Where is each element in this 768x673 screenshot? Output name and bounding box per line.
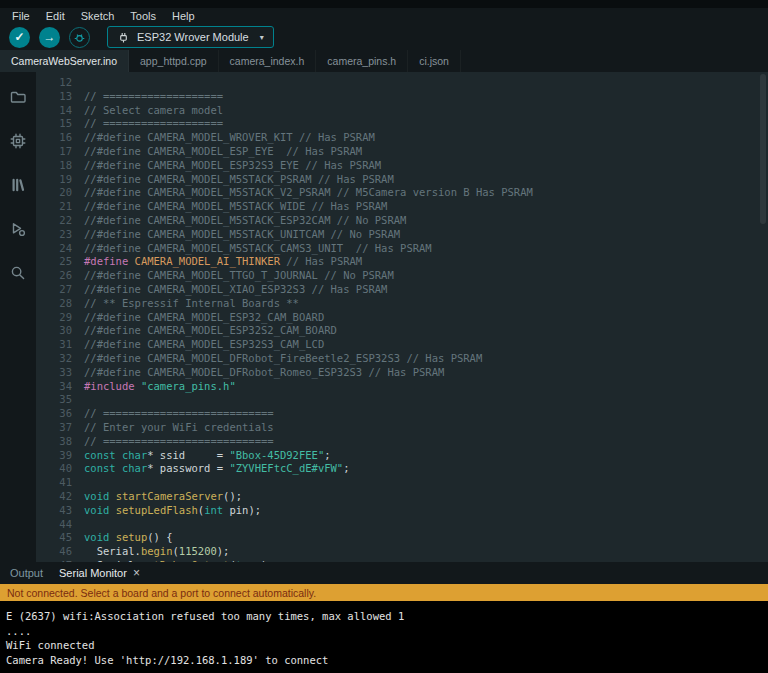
- board-selector[interactable]: ESP32 Wrover Module ▾: [107, 26, 274, 48]
- usb-port-icon: [117, 30, 130, 44]
- arrow-right-icon: →: [44, 30, 56, 44]
- debug-panel-button[interactable]: [7, 218, 29, 240]
- tab-app-httpd-cpp[interactable]: app_httpd.cpp: [129, 50, 219, 72]
- board-selector-label: ESP32 Wrover Module: [137, 31, 249, 43]
- line-number: 20: [36, 186, 72, 200]
- debug-button[interactable]: [69, 27, 90, 48]
- code-line[interactable]: 38// ===========================: [36, 435, 768, 449]
- code-line[interactable]: 30//#define CAMERA_MODEL_ESP32S2_CAM_BOA…: [36, 324, 768, 338]
- tab-serial-monitor[interactable]: Serial Monitor ×: [59, 566, 140, 580]
- code-area: 12 13// ===================14// Select c…: [36, 76, 768, 562]
- code-line[interactable]: 43void setupLedFlash(int pin);: [36, 504, 768, 518]
- code-line[interactable]: 44: [36, 518, 768, 532]
- upload-button[interactable]: →: [39, 27, 60, 48]
- code-line[interactable]: 18//#define CAMERA_MODEL_ESP32S3_EYE // …: [36, 159, 768, 173]
- code-line[interactable]: 28// ** Espressif Internal Boards **: [36, 297, 768, 311]
- code-line[interactable]: 29//#define CAMERA_MODEL_ESP32_CAM_BOARD: [36, 311, 768, 325]
- code-line[interactable]: 14// Select camera model: [36, 104, 768, 118]
- code-line-text: //#define CAMERA_MODEL_M5STACK_ESP32CAM …: [72, 214, 406, 228]
- bug-icon: [74, 32, 85, 43]
- code-line[interactable]: 27//#define CAMERA_MODEL_XIAO_ESP32S3 //…: [36, 283, 768, 297]
- code-line[interactable]: 26//#define CAMERA_MODEL_TTGO_T_JOURNAL …: [36, 269, 768, 283]
- line-number: 13: [36, 90, 72, 104]
- line-number: 16: [36, 131, 72, 145]
- main-area: 12 13// ===================14// Select c…: [0, 72, 768, 562]
- code-line[interactable]: 15// ===================: [36, 117, 768, 131]
- menu-sketch[interactable]: Sketch: [73, 10, 123, 22]
- tab-camera-index-h[interactable]: camera_index.h: [219, 50, 317, 72]
- line-number: 33: [36, 366, 72, 380]
- code-line[interactable]: 16//#define CAMERA_MODEL_WROVER_KIT // H…: [36, 131, 768, 145]
- editor-scrollbar[interactable]: [758, 72, 768, 562]
- code-line-text: //#define CAMERA_MODEL_M5STACK_V2_PSRAM …: [72, 186, 533, 200]
- search-panel-button[interactable]: [7, 262, 29, 284]
- line-number: 21: [36, 200, 72, 214]
- code-line[interactable]: 22//#define CAMERA_MODEL_M5STACK_ESP32CA…: [36, 214, 768, 228]
- sidebook-sketchbook-button[interactable]: [7, 86, 29, 108]
- code-line[interactable]: 25#define CAMERA_MODEL_AI_THINKER // Has…: [36, 255, 768, 269]
- code-line[interactable]: 39const char* ssid = "Bbox-45D92FEE";: [36, 449, 768, 463]
- bottom-panel: Output Serial Monitor × Not connected. S…: [0, 562, 768, 673]
- code-line[interactable]: 20//#define CAMERA_MODEL_M5STACK_V2_PSRA…: [36, 186, 768, 200]
- code-editor[interactable]: 12 13// ===================14// Select c…: [36, 72, 768, 562]
- close-icon[interactable]: ×: [133, 566, 140, 580]
- code-line[interactable]: 47 Serial.setDebugOutput(true);: [36, 559, 768, 562]
- boards-manager-button[interactable]: [7, 130, 29, 152]
- verify-button[interactable]: ✓: [9, 27, 30, 48]
- toolbar: ✓ → ESP32 Wrover Module ▾: [0, 24, 768, 50]
- code-line-text: // ===========================: [72, 407, 274, 421]
- code-line[interactable]: 13// ===================: [36, 90, 768, 104]
- menu-bar: File Edit Sketch Tools Help: [0, 8, 768, 24]
- scrollbar-thumb[interactable]: [760, 74, 766, 224]
- code-line[interactable]: 36// ===========================: [36, 407, 768, 421]
- tab-output-label: Output: [10, 567, 43, 579]
- code-line[interactable]: 19//#define CAMERA_MODEL_M5STACK_PSRAM /…: [36, 173, 768, 187]
- code-line[interactable]: 35: [36, 393, 768, 407]
- tab-camera-pins-h[interactable]: camera_pins.h: [316, 50, 408, 72]
- code-line[interactable]: 24//#define CAMERA_MODEL_M5STACK_CAMS3_U…: [36, 242, 768, 256]
- not-connected-banner: Not connected. Select a board and a port…: [0, 584, 768, 601]
- code-line-text: // Select camera model: [72, 104, 223, 118]
- code-line[interactable]: 41: [36, 476, 768, 490]
- code-line[interactable]: 33//#define CAMERA_MODEL_DFRobot_Romeo_E…: [36, 366, 768, 380]
- menu-edit[interactable]: Edit: [38, 10, 73, 22]
- menu-file[interactable]: File: [4, 10, 38, 22]
- line-number: 39: [36, 449, 72, 463]
- code-line-text: //#define CAMERA_MODEL_DFRobot_FireBeetl…: [72, 352, 482, 366]
- tab-output[interactable]: Output: [10, 567, 43, 579]
- line-number: 32: [36, 352, 72, 366]
- folder-icon: [9, 88, 27, 106]
- code-line-text: [72, 76, 90, 90]
- code-line[interactable]: 45void setup() {: [36, 531, 768, 545]
- code-line[interactable]: 21//#define CAMERA_MODEL_M5STACK_WIDE //…: [36, 200, 768, 214]
- title-bar: [0, 0, 768, 8]
- menu-help[interactable]: Help: [164, 10, 203, 22]
- serial-line: E (2637) wifi:Association refused too ma…: [6, 609, 768, 624]
- code-line-text: [72, 476, 90, 490]
- line-number: 41: [36, 476, 72, 490]
- code-line[interactable]: 42void startCameraServer();: [36, 490, 768, 504]
- library-manager-button[interactable]: [7, 174, 29, 196]
- code-line[interactable]: 37// Enter your WiFi credentials: [36, 421, 768, 435]
- serial-line: WiFi connected: [6, 638, 768, 653]
- line-number: 44: [36, 518, 72, 532]
- code-line[interactable]: 32//#define CAMERA_MODEL_DFRobot_FireBee…: [36, 352, 768, 366]
- tab-camerawebserver-ino[interactable]: CameraWebServer.ino: [0, 50, 129, 72]
- menu-tools[interactable]: Tools: [122, 10, 164, 22]
- code-line[interactable]: 23//#define CAMERA_MODEL_M5STACK_UNITCAM…: [36, 228, 768, 242]
- code-line-text: // ===========================: [72, 435, 274, 449]
- debug-play-icon: [9, 220, 27, 238]
- code-line-text: //#define CAMERA_MODEL_M5STACK_WIDE // H…: [72, 200, 387, 214]
- code-line[interactable]: 31//#define CAMERA_MODEL_ESP32S3_CAM_LCD: [36, 338, 768, 352]
- code-line-text: //#define CAMERA_MODEL_XIAO_ESP32S3 // H…: [72, 283, 387, 297]
- line-number: 31: [36, 338, 72, 352]
- serial-monitor-output[interactable]: E (2637) wifi:Association refused too ma…: [0, 601, 768, 673]
- code-line-text: Serial.begin(115200);: [72, 545, 229, 559]
- code-line[interactable]: 46 Serial.begin(115200);: [36, 545, 768, 559]
- code-line[interactable]: 17//#define CAMERA_MODEL_ESP_EYE // Has …: [36, 145, 768, 159]
- tab-ci-json[interactable]: ci.json: [408, 50, 461, 72]
- code-line[interactable]: 34#include "camera_pins.h": [36, 380, 768, 394]
- code-line[interactable]: 12: [36, 76, 768, 90]
- code-line[interactable]: 40const char* password = "ZYVHEFtcC_dE#v…: [36, 462, 768, 476]
- code-line-text: //#define CAMERA_MODEL_ESP_EYE // Has PS…: [72, 145, 362, 159]
